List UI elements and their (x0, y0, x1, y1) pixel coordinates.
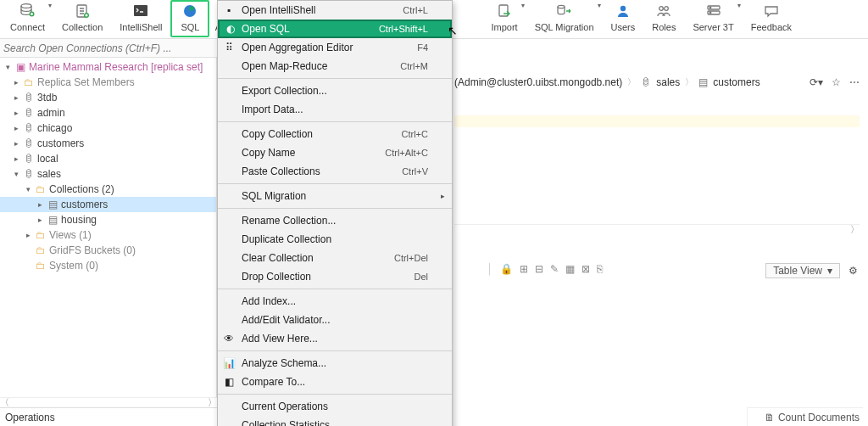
connect-label: Connect (10, 22, 45, 32)
connection-search-input[interactable] (3, 42, 214, 54)
database-icon: 🛢 (641, 76, 651, 88)
collection-icon (73, 2, 92, 20)
horizontal-scrollbar[interactable]: 〉 (454, 224, 860, 234)
chevron-right-icon: ▸ (441, 192, 445, 200)
tree-db-chicago[interactable]: ▸🛢chicago (0, 121, 216, 136)
users-label: Users (611, 22, 636, 32)
svg-point-12 (620, 6, 626, 11)
chevron-down-icon: ▾ (521, 2, 525, 9)
menu-current-operations[interactable]: Current Operations (218, 397, 452, 416)
sql-migration-icon (555, 2, 574, 20)
chevron-down-icon: ▾ (48, 2, 52, 9)
import-label: Import (491, 22, 517, 32)
server3t-button[interactable]: Server 3T ▾ (684, 0, 742, 39)
tree-db-3tdb[interactable]: ▸🛢3tdb (0, 90, 216, 105)
import-button[interactable]: Import ▾ (482, 0, 526, 39)
edit-icon[interactable]: ✎ (550, 263, 559, 275)
collection-icon: ▤ (698, 76, 708, 88)
intellishell-label: IntelliShell (120, 22, 162, 32)
favorite-icon[interactable]: ☆ (832, 76, 841, 88)
users-button[interactable]: Users (603, 0, 644, 39)
breadcrumb-collection[interactable]: customers (713, 76, 760, 88)
table-icon[interactable]: ▦ (565, 263, 575, 275)
menu-duplicate-collection[interactable]: Duplicate Collection (218, 230, 452, 249)
sql-migration-label: SQL Migration (535, 22, 594, 32)
svg-point-14 (665, 7, 669, 11)
tree-system-folder[interactable]: 🗀System (0) (0, 258, 216, 273)
tree-db-sales[interactable]: ▾🛢sales (0, 166, 216, 182)
operations-tab[interactable]: Operations (0, 407, 217, 426)
folder-icon: 🗀 (35, 183, 47, 195)
menu-copy-name[interactable]: Copy NameCtrl+Alt+C (218, 143, 452, 162)
intellishell-button[interactable]: IntelliShell (111, 0, 170, 39)
query-highlight-strip (454, 115, 860, 127)
grid-cancel-icon[interactable]: ⊟ (535, 263, 543, 275)
tree-collections-folder[interactable]: ▾🗀Collections (2) (0, 182, 216, 197)
breadcrumb-connection: (Admin@cluster0.uibst.mongodb.net) (454, 76, 622, 88)
menu-sql-migration[interactable]: SQL Migration▸ (218, 187, 452, 205)
menu-add-index[interactable]: Add Index... (218, 292, 452, 311)
menu-paste-collections[interactable]: Paste CollectionsCtrl+V (218, 162, 452, 181)
view-icon: 👁 (222, 332, 236, 345)
tree-gridfs-folder[interactable]: 🗀GridFS Buckets (0) (0, 243, 216, 258)
menu-open-aggregation[interactable]: ⠿Open Aggregation EditorF4 (218, 38, 452, 57)
menu-collection-statistics[interactable]: Collection Statistics (218, 416, 452, 426)
tree-db-customers[interactable]: ▸🛢customers (0, 136, 216, 151)
collection-icon: ▤ (47, 199, 58, 210)
status-count-documents[interactable]: 🗎Count Documents (747, 407, 863, 426)
tree-connection-root[interactable]: ▾▣Marine Mammal Research [replica set] (0, 59, 216, 75)
menu-separator (218, 350, 452, 351)
server-icon (704, 2, 723, 20)
tree-collection-housing[interactable]: ▸▤housing (0, 212, 216, 227)
menu-analyze-schema[interactable]: 📊Analyze Schema... (218, 354, 452, 373)
menu-compare-to[interactable]: ◧Compare To... (218, 373, 452, 391)
menu-add-edit-validator[interactable]: Add/Edit Validator... (218, 311, 452, 329)
tree-views-folder[interactable]: ▸🗀Views (1) (0, 227, 216, 243)
connection-search-bar (0, 39, 217, 58)
breadcrumb-database[interactable]: sales (656, 76, 680, 88)
menu-export-collection[interactable]: Export Collection... (218, 81, 452, 100)
database-icon: 🛢 (23, 153, 35, 165)
svg-rect-10 (499, 5, 508, 16)
database-icon (18, 2, 36, 20)
sql-migration-button[interactable]: SQL Migration ▾ (526, 0, 603, 39)
menu-rename-collection[interactable]: Rename Collection... (218, 211, 452, 230)
roles-button[interactable]: Roles (643, 0, 684, 39)
delete-icon[interactable]: ⊠ (581, 263, 590, 275)
menu-separator (218, 394, 452, 395)
feedback-button[interactable]: Feedback (743, 0, 800, 39)
grid-add-icon[interactable]: ⊞ (520, 263, 528, 275)
menu-drop-collection[interactable]: Drop CollectionDel (218, 267, 452, 286)
more-icon[interactable]: ⋯ (849, 76, 860, 88)
server-icon: ▣ (14, 61, 26, 73)
tree-collection-customers[interactable]: ▸▤customers (0, 197, 216, 212)
menu-copy-collection[interactable]: Copy CollectionCtrl+C (218, 125, 452, 143)
menu-separator (218, 208, 452, 209)
menu-add-view[interactable]: 👁Add View Here... (218, 329, 452, 348)
menu-open-sql[interactable]: ◐Open SQLCtrl+Shift+L (218, 20, 452, 38)
database-icon: 🛢 (23, 137, 35, 149)
tree-db-admin[interactable]: ▸🛢admin (0, 105, 216, 121)
database-icon: 🛢 (23, 107, 35, 119)
chevron-down-icon: ▾ (598, 2, 601, 9)
tree-replica-set[interactable]: ▸🗀Replica Set Members (0, 75, 216, 90)
lock-icon[interactable]: 🔒 (500, 263, 513, 275)
svg-point-13 (659, 7, 664, 11)
tree-db-local[interactable]: ▸🛢local (0, 151, 216, 166)
table-view-dropdown[interactable]: Table View▾ (765, 263, 840, 278)
collection-context-menu: ▪Open IntelliShellCtrl+L ◐Open SQLCtrl+S… (217, 0, 453, 426)
tree-horizontal-scrollbar[interactable]: 〈〉 (0, 397, 217, 407)
connect-button[interactable]: Connect ▾ (2, 0, 53, 39)
sql-button[interactable]: SQL (170, 0, 209, 37)
collection-button[interactable]: Collection (53, 0, 111, 39)
connection-tree: ▾▣Marine Mammal Research [replica set] ▸… (0, 58, 216, 273)
menu-import-data[interactable]: Import Data... (218, 100, 452, 119)
sql-label: SQL (181, 22, 199, 32)
menu-clear-collection[interactable]: Clear CollectionCtrl+Del (218, 249, 452, 267)
chevron-down-icon: ▾ (737, 2, 741, 9)
refresh-dropdown-icon[interactable]: ⟳▾ (810, 76, 823, 88)
menu-open-mapreduce[interactable]: Open Map-ReduceCtrl+M (218, 57, 452, 76)
settings-icon[interactable]: ⚙ (849, 265, 858, 277)
menu-open-intellishell[interactable]: ▪Open IntelliShellCtrl+L (218, 1, 452, 20)
copy-icon[interactable]: ⎘ (597, 263, 603, 275)
